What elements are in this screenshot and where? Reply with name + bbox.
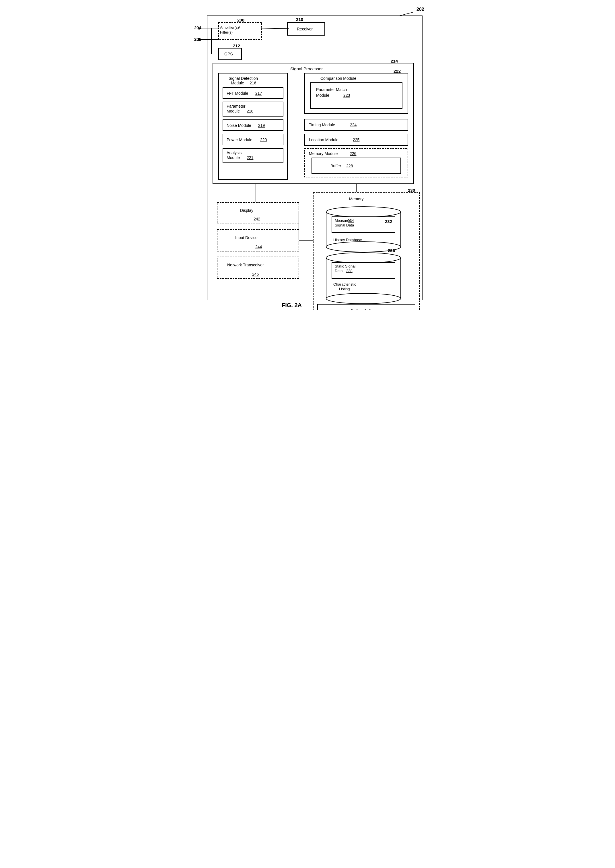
ref-230: 230 bbox=[408, 188, 415, 192]
static-signal-label: Static Signal bbox=[335, 264, 355, 268]
svg-marker-9 bbox=[287, 28, 289, 30]
location-module-label: Location Module bbox=[309, 138, 339, 142]
ref-219: 219 bbox=[258, 123, 265, 128]
ref-226: 226 bbox=[350, 151, 357, 156]
timing-module-label: Timing Module bbox=[309, 122, 335, 127]
svg-line-0 bbox=[399, 12, 414, 16]
ref-208: 208 bbox=[237, 17, 244, 22]
ref-202: 202 bbox=[417, 7, 424, 12]
analysis-module-label2: Module bbox=[226, 155, 240, 160]
history-db-label: History Database bbox=[333, 238, 362, 242]
network-transceiver-label: Network Transceiver bbox=[227, 263, 264, 267]
ref-228: 228 bbox=[346, 164, 353, 168]
buffer-228-box bbox=[312, 158, 401, 174]
ref-224: 224 bbox=[350, 122, 357, 127]
characteristic-label: Characteristic bbox=[333, 282, 356, 286]
buffer-240-label: Buffer bbox=[351, 308, 361, 310]
static-signal-data-label: Data bbox=[335, 269, 343, 273]
ref-234: 234 bbox=[348, 219, 354, 223]
ref-214: 214 bbox=[391, 59, 398, 63]
ref-221: 221 bbox=[247, 155, 254, 160]
ref-218: 218 bbox=[247, 109, 254, 113]
ref-216: 216 bbox=[250, 81, 256, 85]
ref-244: 244 bbox=[255, 244, 262, 249]
db-236-top bbox=[326, 253, 401, 263]
ref-220: 220 bbox=[260, 138, 267, 142]
ref-210: 210 bbox=[296, 17, 303, 22]
filter-label: Filter(s) bbox=[220, 30, 233, 34]
ref-236: 236 bbox=[388, 248, 395, 253]
ref-223: 223 bbox=[343, 93, 350, 98]
parameter-match-label2: Module bbox=[316, 93, 329, 98]
fft-module-label: FFT Module bbox=[226, 91, 248, 95]
memory-module-label: Memory Module bbox=[309, 151, 338, 156]
parameter-match-label: Parameter Match bbox=[316, 87, 347, 92]
memory-label: Memory bbox=[349, 197, 364, 201]
ref-238: 238 bbox=[346, 269, 353, 273]
ref-242: 242 bbox=[254, 217, 261, 221]
input-device-label: Input Device bbox=[235, 235, 258, 240]
ref-246: 246 bbox=[252, 272, 259, 277]
listing-label: Listing bbox=[339, 287, 350, 291]
ref-217: 217 bbox=[255, 91, 262, 95]
signal-processor-label: Signal Processor bbox=[290, 66, 323, 71]
svg-line-8 bbox=[262, 28, 287, 29]
display-label: Display bbox=[240, 208, 253, 213]
ref-222: 222 bbox=[393, 69, 401, 74]
gps-label: GPS bbox=[224, 52, 233, 56]
signal-detection-label: Signal Detection bbox=[229, 76, 258, 81]
ref-225: 225 bbox=[353, 138, 360, 142]
diagram-svg: 202 204 206 Amplifier(s)/ Filter(s) 208 … bbox=[184, 6, 431, 310]
parameter-module-label2: Module bbox=[226, 109, 240, 113]
analysis-module-label: Analysis bbox=[226, 150, 242, 155]
noise-module-label: Noise Module bbox=[226, 123, 251, 128]
signal-data-label: Signal Data bbox=[335, 223, 354, 227]
db-236-bottom bbox=[326, 293, 401, 304]
receiver-label: Receiver bbox=[297, 27, 313, 31]
ref-212: 212 bbox=[233, 43, 240, 48]
page-container: 202 204 206 Amplifier(s)/ Filter(s) 208 … bbox=[184, 6, 431, 311]
power-module-label: Power Module bbox=[226, 138, 253, 142]
db-232-top bbox=[326, 206, 401, 217]
ref-240: 240 bbox=[364, 308, 371, 310]
comparison-module-label: Comparison Module bbox=[320, 76, 356, 81]
signal-detection-label2: Module bbox=[231, 81, 244, 85]
ref-232: 232 bbox=[385, 219, 392, 224]
parameter-module-label: Parameter bbox=[226, 104, 245, 108]
buffer-228-label: Buffer bbox=[331, 164, 341, 168]
fig-label: FIG. 2A bbox=[282, 302, 302, 308]
amplifier-label: Amplifier(s)/ bbox=[220, 25, 240, 30]
